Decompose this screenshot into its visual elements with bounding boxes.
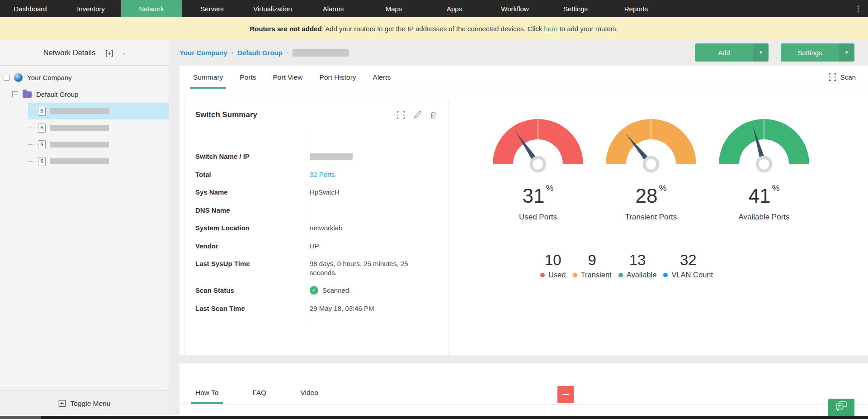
scrollbar-thumb[interactable] — [41, 416, 868, 419]
banner-here-link[interactable]: here — [544, 25, 557, 33]
nav-item-maps[interactable]: Maps — [363, 0, 424, 17]
nav-item-virtualization[interactable]: Virtualization — [242, 0, 303, 17]
scan-button[interactable]: Scan — [829, 66, 856, 89]
content-header: Your Company › Default Group › Add ▼ Set… — [169, 40, 868, 66]
sidebar-title: Network Details — [43, 48, 96, 57]
gauge-label: Transient Ports — [625, 213, 677, 222]
counter-used: 10Used — [540, 252, 566, 279]
counter-value: 9 — [588, 252, 596, 269]
nav-item-reports[interactable]: Reports — [606, 0, 666, 17]
breadcrumb: Your Company › Default Group › — [179, 40, 349, 66]
gauge-value: 31% — [523, 177, 554, 207]
status-text: Scanned — [322, 286, 349, 295]
breadcrumb-group[interactable]: Default Group — [237, 49, 283, 57]
header-buttons: Add ▼ Settings ▼ — [695, 43, 854, 62]
gauge-value: 28% — [636, 177, 667, 207]
breadcrumb-company[interactable]: Your Company — [179, 49, 227, 57]
legend-dot-icon — [540, 273, 545, 277]
folder-icon — [23, 91, 32, 98]
tree-device-item-4[interactable]: S — [28, 153, 169, 170]
collapse-node-icon[interactable]: – — [12, 91, 18, 97]
tree-device-item-1[interactable]: S — [28, 103, 169, 119]
breadcrumb-device-redacted[interactable] — [292, 49, 349, 57]
chat-widget-button[interactable] — [828, 399, 854, 416]
expand-icon[interactable] — [397, 111, 405, 119]
field-label: Last SysUp Time — [184, 259, 298, 277]
content-area: Your Company › Default Group › Add ▼ Set… — [169, 40, 868, 419]
field-label: Last Scan Time — [184, 304, 298, 313]
field-row-total: Total32 Ports — [184, 166, 448, 184]
nav-item-settings[interactable]: Settings — [545, 0, 606, 17]
help-tab-video[interactable]: Video — [300, 389, 318, 404]
tab-port-view[interactable]: Port View — [273, 66, 303, 89]
legend-dot-icon — [573, 273, 577, 277]
field-row-switch-name-ip: Switch Name / IP — [184, 148, 448, 166]
nav-item-inventory[interactable]: Inventory — [61, 0, 121, 17]
add-dropdown-arrow-icon[interactable]: ▼ — [753, 43, 769, 62]
collapse-all-button[interactable]: - — [123, 49, 125, 57]
field-row-system-location: System Locationnetworklab — [184, 219, 448, 237]
tree-device-item-2[interactable]: S — [28, 119, 169, 136]
field-value: 29 May 18, 03:46 PM — [298, 304, 424, 313]
tree-node-company[interactable]: – Your Company — [0, 69, 169, 86]
banner-text: : Add your routers to get the IP address… — [322, 25, 544, 33]
chevron-right-icon: › — [231, 49, 233, 56]
field-value: HP — [298, 242, 424, 251]
help-tabs: How ToFAQVideo — [179, 363, 868, 405]
field-value — [298, 206, 424, 215]
nav-item-workflow[interactable]: Workflow — [485, 0, 545, 17]
gauge-used-ports: 31%Used Ports — [481, 114, 594, 222]
tab-summary[interactable]: Summary — [193, 66, 223, 89]
help-tab-faq[interactable]: FAQ — [252, 389, 266, 404]
field-value: 192.168.50.0 — [298, 322, 424, 324]
tree-connector — [28, 111, 38, 111]
switch-detail-panel: SummaryPortsPort ViewPort HistoryAlerts … — [179, 66, 868, 355]
help-tabs-list: How ToFAQVideo — [195, 389, 352, 404]
nav-item-servers[interactable]: Servers — [182, 0, 242, 17]
switch-file-icon: S — [38, 124, 46, 133]
device-name-redacted — [50, 142, 109, 148]
settings-dropdown-arrow-icon[interactable]: ▼ — [839, 43, 854, 62]
nav-item-dashboard[interactable]: Dashboard — [0, 0, 61, 17]
edit-pencil-icon[interactable] — [413, 111, 421, 119]
add-button[interactable]: Add — [695, 43, 753, 62]
toggle-menu-button[interactable]: Toggle Menu — [0, 390, 169, 416]
tree-node-group[interactable]: – Default Group — [0, 86, 169, 103]
gauge-arc — [718, 114, 810, 173]
counter-value: 13 — [629, 252, 646, 269]
nav-item-alarms[interactable]: Alarms — [303, 0, 363, 17]
expand-all-button[interactable]: [+] — [105, 49, 113, 57]
field-value: ✓Scanned — [298, 286, 424, 295]
tab-ports[interactable]: Ports — [240, 66, 256, 89]
gauge-label: Used Ports — [519, 213, 557, 222]
settings-button[interactable]: Settings — [781, 43, 839, 62]
horizontal-scrollbar[interactable] — [0, 416, 868, 419]
field-value: networklab — [298, 224, 424, 233]
switch-file-icon: S — [38, 107, 46, 116]
counter-vlan-count: 32VLAN Count — [663, 252, 713, 279]
gauge-arc — [605, 114, 697, 173]
field-label: DNS Name — [184, 206, 298, 215]
toggle-menu-label: Toggle Menu — [71, 400, 111, 408]
switch-summary-title: Switch Summary — [195, 110, 257, 119]
nav-item-apps[interactable]: Apps — [424, 0, 485, 17]
tab-alerts[interactable]: Alerts — [373, 66, 391, 89]
collapse-help-button[interactable] — [557, 386, 574, 403]
field-row-last-scan-time: Last Scan Time29 May 18, 03:46 PM — [184, 300, 448, 318]
gauges-row: 31%Used Ports28%Transient Ports41%Availa… — [448, 89, 868, 222]
sidebar: Network Details [+] - – Your Company – D… — [0, 40, 169, 419]
field-row-vendor: VendorHP — [184, 237, 448, 255]
tree-device-item-3[interactable]: S — [28, 136, 169, 153]
tab-port-history[interactable]: Port History — [320, 66, 356, 89]
switch-file-icon: S — [38, 140, 46, 149]
nav-item-network[interactable]: Network — [121, 0, 182, 17]
collapse-node-icon[interactable]: – — [4, 75, 9, 81]
scan-icon — [829, 73, 836, 81]
nav-overflow-menu-icon[interactable]: ⋮ — [848, 0, 868, 17]
banner-text-end: to add your routers. — [557, 25, 618, 33]
field-value[interactable]: 32 Ports — [298, 170, 424, 179]
gauge-transient-ports: 28%Transient Ports — [594, 114, 708, 222]
delete-trash-icon[interactable] — [429, 111, 437, 119]
help-tab-how-to[interactable]: How To — [195, 389, 218, 404]
main-area: Network Details [+] - – Your Company – D… — [0, 40, 868, 419]
